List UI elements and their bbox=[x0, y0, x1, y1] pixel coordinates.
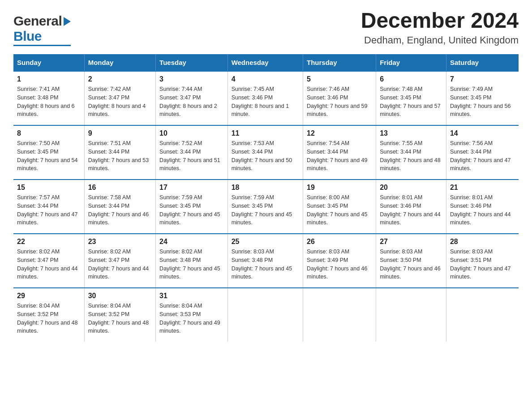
day-info: Sunrise: 7:45 AMSunset: 3:46 PMDaylight:… bbox=[232, 86, 289, 117]
calendar-day-cell: 24 Sunrise: 8:02 AMSunset: 3:48 PMDaylig… bbox=[156, 234, 228, 288]
day-info: Sunrise: 7:49 AMSunset: 3:45 PMDaylight:… bbox=[450, 86, 511, 117]
logo: General Blue bbox=[13, 9, 71, 46]
day-info: Sunrise: 7:59 AMSunset: 3:45 PMDaylight:… bbox=[232, 194, 292, 226]
day-number: 29 bbox=[17, 292, 81, 300]
calendar-week-row: 15 Sunrise: 7:57 AMSunset: 3:44 PMDaylig… bbox=[13, 180, 519, 234]
day-number: 20 bbox=[380, 184, 442, 192]
calendar-day-cell: 23 Sunrise: 8:02 AMSunset: 3:47 PMDaylig… bbox=[84, 234, 155, 288]
day-info: Sunrise: 8:03 AMSunset: 3:49 PMDaylight:… bbox=[307, 248, 368, 280]
day-number: 3 bbox=[159, 75, 224, 83]
day-number: 22 bbox=[17, 238, 81, 246]
day-info: Sunrise: 8:04 AMSunset: 3:53 PMDaylight:… bbox=[159, 303, 220, 334]
day-info: Sunrise: 7:56 AMSunset: 3:44 PMDaylight:… bbox=[450, 140, 511, 171]
calendar-day-cell: 7 Sunrise: 7:49 AMSunset: 3:45 PMDayligh… bbox=[446, 71, 519, 125]
day-number: 2 bbox=[88, 75, 152, 83]
calendar-day-cell: 18 Sunrise: 7:59 AMSunset: 3:45 PMDaylig… bbox=[227, 180, 303, 234]
calendar-day-cell: 27 Sunrise: 8:03 AMSunset: 3:50 PMDaylig… bbox=[376, 234, 446, 288]
day-info: Sunrise: 7:52 AMSunset: 3:44 PMDaylight:… bbox=[159, 140, 220, 171]
calendar-day-cell: 13 Sunrise: 7:55 AMSunset: 3:44 PMDaylig… bbox=[376, 125, 446, 180]
calendar-day-cell: 2 Sunrise: 7:42 AMSunset: 3:47 PMDayligh… bbox=[84, 71, 155, 125]
calendar-day-cell: 9 Sunrise: 7:51 AMSunset: 3:44 PMDayligh… bbox=[84, 125, 155, 180]
calendar-day-cell: 10 Sunrise: 7:52 AMSunset: 3:44 PMDaylig… bbox=[156, 125, 228, 180]
page-header: General Blue December 2024 Dedham, Engla… bbox=[13, 9, 519, 46]
calendar-week-row: 1 Sunrise: 7:41 AMSunset: 3:48 PMDayligh… bbox=[13, 71, 519, 125]
calendar-day-cell: 11 Sunrise: 7:53 AMSunset: 3:44 PMDaylig… bbox=[227, 125, 303, 180]
calendar-week-row: 8 Sunrise: 7:50 AMSunset: 3:45 PMDayligh… bbox=[13, 125, 519, 180]
calendar-day-cell: 1 Sunrise: 7:41 AMSunset: 3:48 PMDayligh… bbox=[13, 71, 84, 125]
calendar-day-cell: 29 Sunrise: 8:04 AMSunset: 3:52 PMDaylig… bbox=[13, 288, 84, 342]
day-number: 1 bbox=[17, 75, 81, 83]
day-info: Sunrise: 7:55 AMSunset: 3:44 PMDaylight:… bbox=[380, 140, 441, 171]
calendar-day-cell: 6 Sunrise: 7:48 AMSunset: 3:45 PMDayligh… bbox=[376, 71, 446, 125]
day-info: Sunrise: 7:44 AMSunset: 3:47 PMDaylight:… bbox=[159, 86, 217, 117]
calendar-day-cell: 22 Sunrise: 8:02 AMSunset: 3:47 PMDaylig… bbox=[13, 234, 84, 288]
calendar-day-cell: 4 Sunrise: 7:45 AMSunset: 3:46 PMDayligh… bbox=[227, 71, 303, 125]
day-info: Sunrise: 8:03 AMSunset: 3:48 PMDaylight:… bbox=[232, 248, 292, 280]
day-number: 8 bbox=[17, 129, 81, 137]
calendar-week-row: 29 Sunrise: 8:04 AMSunset: 3:52 PMDaylig… bbox=[13, 288, 519, 342]
day-info: Sunrise: 7:53 AMSunset: 3:44 PMDaylight:… bbox=[232, 140, 292, 171]
day-number: 27 bbox=[380, 238, 442, 246]
calendar-day-cell bbox=[446, 288, 519, 342]
day-info: Sunrise: 7:57 AMSunset: 3:44 PMDaylight:… bbox=[17, 194, 78, 226]
logo-blue-text: Blue bbox=[13, 29, 42, 44]
calendar-day-cell: 30 Sunrise: 8:04 AMSunset: 3:52 PMDaylig… bbox=[84, 288, 155, 342]
day-number: 31 bbox=[159, 292, 224, 300]
calendar-day-cell: 20 Sunrise: 8:01 AMSunset: 3:46 PMDaylig… bbox=[376, 180, 446, 234]
day-number: 14 bbox=[450, 129, 515, 137]
calendar-table: SundayMondayTuesdayWednesdayThursdayFrid… bbox=[13, 54, 519, 342]
day-number: 6 bbox=[380, 75, 442, 83]
day-info: Sunrise: 8:02 AMSunset: 3:47 PMDaylight:… bbox=[17, 248, 78, 280]
month-title: December 2024 bbox=[361, 9, 519, 33]
day-info: Sunrise: 8:01 AMSunset: 3:46 PMDaylight:… bbox=[380, 194, 441, 226]
calendar-day-header: Thursday bbox=[303, 54, 376, 71]
calendar-day-cell: 15 Sunrise: 7:57 AMSunset: 3:44 PMDaylig… bbox=[13, 180, 84, 234]
day-info: Sunrise: 8:00 AMSunset: 3:45 PMDaylight:… bbox=[307, 194, 368, 226]
calendar-day-cell: 16 Sunrise: 7:58 AMSunset: 3:44 PMDaylig… bbox=[84, 180, 155, 234]
day-info: Sunrise: 7:54 AMSunset: 3:44 PMDaylight:… bbox=[307, 140, 368, 171]
day-number: 28 bbox=[450, 238, 515, 246]
day-info: Sunrise: 8:02 AMSunset: 3:47 PMDaylight:… bbox=[88, 248, 149, 280]
day-number: 9 bbox=[88, 129, 152, 137]
day-info: Sunrise: 8:04 AMSunset: 3:52 PMDaylight:… bbox=[17, 303, 78, 334]
calendar-day-cell bbox=[227, 288, 303, 342]
day-info: Sunrise: 7:46 AMSunset: 3:46 PMDaylight:… bbox=[307, 86, 368, 117]
calendar-day-cell: 21 Sunrise: 8:01 AMSunset: 3:46 PMDaylig… bbox=[446, 180, 519, 234]
logo-general-text: General bbox=[13, 13, 62, 29]
calendar-day-header: Saturday bbox=[446, 54, 519, 71]
calendar-day-cell: 12 Sunrise: 7:54 AMSunset: 3:44 PMDaylig… bbox=[303, 125, 376, 180]
day-number: 23 bbox=[88, 238, 152, 246]
day-number: 4 bbox=[232, 75, 299, 83]
calendar-day-cell: 14 Sunrise: 7:56 AMSunset: 3:44 PMDaylig… bbox=[446, 125, 519, 180]
calendar-day-cell: 3 Sunrise: 7:44 AMSunset: 3:47 PMDayligh… bbox=[156, 71, 228, 125]
day-number: 7 bbox=[450, 75, 515, 83]
day-number: 15 bbox=[17, 184, 81, 192]
day-info: Sunrise: 7:59 AMSunset: 3:45 PMDaylight:… bbox=[159, 194, 220, 226]
day-number: 16 bbox=[88, 184, 152, 192]
day-number: 10 bbox=[159, 129, 224, 137]
day-number: 24 bbox=[159, 238, 224, 246]
day-info: Sunrise: 8:02 AMSunset: 3:48 PMDaylight:… bbox=[159, 248, 220, 280]
calendar-day-cell bbox=[376, 288, 446, 342]
calendar-day-header: Monday bbox=[84, 54, 155, 71]
calendar-day-cell: 19 Sunrise: 8:00 AMSunset: 3:45 PMDaylig… bbox=[303, 180, 376, 234]
day-number: 13 bbox=[380, 129, 442, 137]
location: Dedham, England, United Kingdom bbox=[361, 34, 519, 46]
day-number: 11 bbox=[232, 129, 299, 137]
calendar-day-cell: 31 Sunrise: 8:04 AMSunset: 3:53 PMDaylig… bbox=[156, 288, 228, 342]
day-number: 19 bbox=[307, 184, 372, 192]
calendar-day-cell: 5 Sunrise: 7:46 AMSunset: 3:46 PMDayligh… bbox=[303, 71, 376, 125]
title-section: December 2024 Dedham, England, United Ki… bbox=[361, 9, 519, 46]
day-info: Sunrise: 8:04 AMSunset: 3:52 PMDaylight:… bbox=[88, 303, 149, 334]
day-number: 18 bbox=[232, 184, 299, 192]
logo-arrow-icon bbox=[64, 17, 71, 26]
day-info: Sunrise: 7:42 AMSunset: 3:47 PMDaylight:… bbox=[88, 86, 146, 117]
day-info: Sunrise: 7:48 AMSunset: 3:45 PMDaylight:… bbox=[380, 86, 441, 117]
day-info: Sunrise: 7:41 AMSunset: 3:48 PMDaylight:… bbox=[17, 86, 75, 117]
calendar-day-cell: 26 Sunrise: 8:03 AMSunset: 3:49 PMDaylig… bbox=[303, 234, 376, 288]
day-info: Sunrise: 8:03 AMSunset: 3:51 PMDaylight:… bbox=[450, 248, 511, 280]
calendar-day-cell bbox=[303, 288, 376, 342]
day-info: Sunrise: 8:03 AMSunset: 3:50 PMDaylight:… bbox=[380, 248, 441, 280]
day-info: Sunrise: 8:01 AMSunset: 3:46 PMDaylight:… bbox=[450, 194, 511, 226]
day-number: 25 bbox=[232, 238, 299, 246]
